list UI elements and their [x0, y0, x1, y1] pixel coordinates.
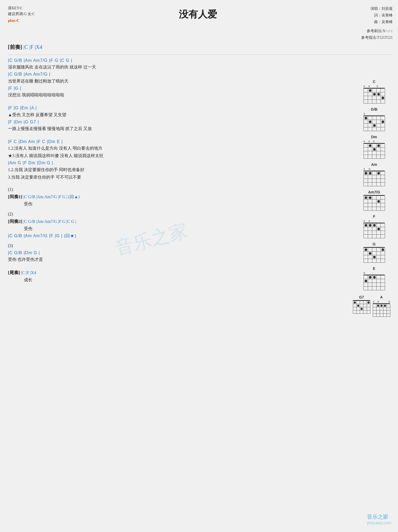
outro-section: [尾奏] |C |F |X4 成长 — [8, 270, 345, 283]
chord-C-symbols: xoo — [364, 84, 385, 88]
main-chorus-lyric-2b: 3.当我 决定要牵住你的手 可不可以不要 — [8, 174, 345, 180]
interlude2-lyric1: 受伤 — [24, 226, 345, 232]
strum-pattern: 参考刷法:X↑↓↑↓ — [361, 28, 393, 34]
main-chorus-chord-2: |Am G |F Dm |Dm G | — [8, 160, 345, 166]
composer: 曲：吴青峰 — [361, 19, 393, 25]
chord-F: F xx — [353, 214, 395, 238]
chord-A-name: A — [380, 295, 383, 299]
verse-chord-line-3: |F |G | — [8, 85, 345, 91]
section3-number: (3) — [8, 243, 345, 249]
singer: 演唱：刘容嘉 — [361, 5, 393, 12]
site-url: yinyuezj.com — [367, 521, 391, 525]
lyricist: 詞：吴青峰 — [361, 12, 393, 19]
chord-G7-A-row: G7 — [353, 295, 395, 318]
chord-G7: G7 — [353, 295, 370, 317]
interlude1-lyric: 受伤 — [24, 201, 345, 207]
main-chorus-lyric-2a: 1.2.当我 决定要握住你的手 同时也准备好 — [8, 167, 345, 173]
divider-1 — [8, 55, 393, 55]
verse-lyric-line-1: 湿衣服随风吹 走在这沾了雨的街 就这样 过一天 — [8, 64, 345, 70]
outro-label: [尾奏] — [8, 270, 20, 275]
chord-Dm: Dm xxo — [353, 135, 395, 159]
outro-lyric: 成长 — [24, 277, 345, 283]
prelude-label: [前奏] — [8, 44, 22, 50]
header-right: 演唱：刘容嘉 詞：吴青峰 曲：吴青峰 参考刷法:X↑↓↑↓ 参考指法:T121T… — [361, 5, 393, 41]
chord-F-name: F — [373, 214, 375, 219]
section3-chords: |C G/B |Dm G | — [8, 250, 345, 256]
fingering: 参考指法:T121T121 — [361, 34, 393, 41]
interlude1-label: [间奏1] — [8, 194, 22, 199]
chord-F-symbols: xx — [364, 219, 385, 222]
chord-G-name: G — [373, 242, 376, 246]
main-chorus-lyric-1b: ★3.没有人 能说我这样叫傻 没有人 能说我这样太狂 — [8, 153, 345, 159]
chorus-section: |F |G |Em |A | ▲受伤 又怎样 反覆希望 又失望 |F |Dm |… — [8, 105, 345, 132]
chord-GB-symbols: x — [364, 112, 385, 115]
chord-Am7G-name: Am7/G — [368, 190, 380, 194]
original-key: 原KEY:C — [8, 5, 35, 11]
interlude2-section: (2) [间奏2] |C G/B |Am Am7/G |F G |C G | 受… — [8, 211, 345, 239]
chord-Am7G: Am7/G — [353, 190, 395, 211]
verse-chord-line-2: |C G/B |Am Am7/G | — [8, 71, 345, 77]
interlude1-chords: |C G/B |Am Am7/G |F G | (回▲) — [23, 194, 80, 199]
chord-Am-name: Am — [371, 162, 377, 167]
chord-E: E o — [353, 266, 395, 290]
chord-diagrams: C xoo — [353, 80, 395, 318]
header-area: 原KEY:C 建议男调:G 女:C play:C 没有人爱 演唱：刘容嘉 詞：吴… — [8, 5, 393, 41]
chord-E-name: E — [373, 266, 375, 271]
main-chorus-chord-1: |F C |Dm Am |F C |Dm E | — [8, 139, 345, 145]
chorus-chord-2: |F |Dm |G G7 | — [8, 119, 345, 125]
interlude2-chords1: |C G/B |Am Am7/G |F G |C G | — [23, 219, 76, 224]
prelude-chords: |C |F |X4 — [23, 44, 42, 50]
site-watermark: 音乐之家 yinyuezj.com — [367, 513, 391, 525]
chord-E-symbols: o — [364, 271, 385, 274]
interlude2-line1: [间奏2] |C G/B |Am Am7/G |F G |C G | — [8, 218, 345, 224]
verse-chord-line-1: |C G/B |Am Am7/G |F G |C G | — [8, 58, 345, 63]
section3-lyrics: 受伤 也许受伤才是 — [8, 256, 345, 263]
chorus-chord-1: |F |G |Em |A | — [8, 105, 345, 111]
interlude1-section: (1) [间奏1] |C G/B |Am Am7/G |F G | (回▲) 受… — [8, 186, 345, 207]
interlude2-label: [间奏2] — [8, 219, 22, 224]
play-key: play:C — [8, 17, 35, 24]
chorus-lyric-1: ▲受伤 又怎样 反覆希望 又失望 — [8, 112, 345, 118]
verse-section: |C G/B |Am Am7/G |F G |C G | 湿衣服随风吹 走在这沾… — [8, 58, 345, 98]
chord-C-name: C — [373, 80, 375, 84]
chord-A-symbols: xoo — [373, 300, 390, 303]
chord-Dm-name: Dm — [371, 135, 377, 139]
main-chorus-section: |F C |Dm Am |F C |Dm E | 1.2.没有人 知道什么是方向… — [8, 139, 345, 180]
chord-GB-name: G/B — [371, 107, 378, 111]
header-left: 原KEY:C 建议男调:G 女:C play:C — [8, 5, 35, 41]
main-container: 原KEY:C 建议男调:G 女:C play:C 没有人爱 演唱：刘容嘉 詞：吴… — [0, 0, 398, 532]
song-title: 没有人爱 — [35, 5, 361, 41]
chord-G7-name: G7 — [359, 295, 364, 299]
content-area: |C G/B |Am Am7/G |F G |C G | 湿衣服随风吹 走在这沾… — [8, 58, 393, 287]
chord-Am: Am xo — [353, 162, 395, 186]
interlude2-chords2: |C G/B |Am Am7/G |F |G | (回★) — [8, 233, 345, 239]
section3-area: (3) |C G/B |Dm G | 受伤 也许受伤才是 — [8, 243, 345, 263]
chorus-lyric-2: 一路上慢慢走慢慢看 慢慢地闯 抓了之后 又放 — [8, 126, 345, 132]
interlude1-number: (1) — [8, 186, 345, 193]
interlude1-line: [间奏1] |C G/B |Am Am7/G |F G | (回▲) — [8, 194, 345, 200]
chord-GB: G/B x — [353, 107, 395, 131]
chord-Am-symbols: xo — [364, 167, 385, 170]
outro-line: [尾奏] |C |F |X4 — [8, 270, 345, 276]
verse-lyric-line-3: 没想法 我就唱啦啦啦啦啦啦啦 — [8, 92, 345, 98]
chord-Dm-symbols: xxo — [364, 140, 385, 143]
chord-G: G — [353, 242, 395, 263]
interlude2-number: (2) — [8, 211, 345, 217]
prelude-line: [前奏] |C |F |X4 — [8, 44, 393, 51]
chord-C: C xoo — [353, 80, 395, 103]
suggested-key: 建议男调:G 女:C — [8, 11, 35, 17]
main-chorus-lyric-1a: 1.2.没有人 知道什么是方向 没有人 明白要去的地方 — [8, 145, 345, 152]
outro-chords: |C |F |X4 — [21, 270, 36, 275]
verse-lyric-line-2: 当世界还在睡 翻过刚放了晴的天 — [8, 78, 345, 84]
chord-A: A xoo — [373, 295, 390, 317]
sheet-music: |C G/B |Am Am7/G |F G |C G | 湿衣服随风吹 走在这沾… — [8, 58, 393, 287]
